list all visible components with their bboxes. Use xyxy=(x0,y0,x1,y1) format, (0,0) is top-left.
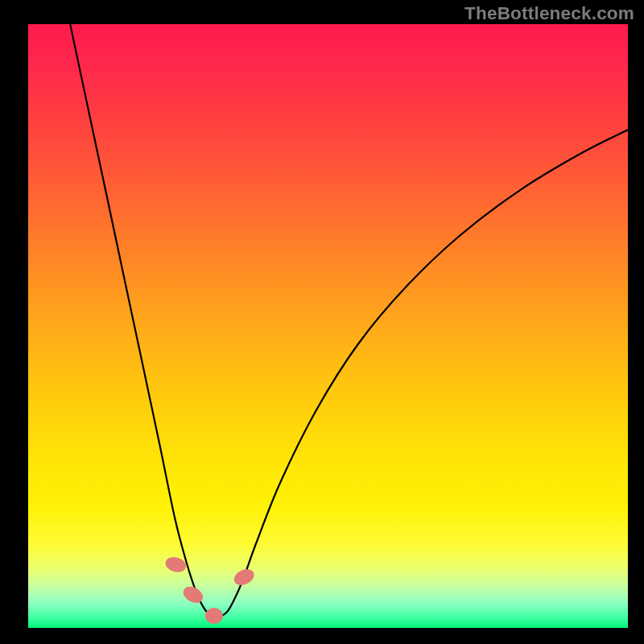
marker-bottom xyxy=(205,608,223,624)
markers xyxy=(163,555,257,624)
marker-left-upper xyxy=(163,555,188,574)
watermark-text: TheBottleneck.com xyxy=(464,3,634,24)
bottleneck-curve xyxy=(70,24,628,617)
chart-frame: TheBottleneck.com xyxy=(0,0,644,644)
curve-layer xyxy=(28,24,628,628)
plot-area xyxy=(28,24,628,628)
marker-left-lower xyxy=(180,584,206,607)
marker-right xyxy=(232,566,257,588)
